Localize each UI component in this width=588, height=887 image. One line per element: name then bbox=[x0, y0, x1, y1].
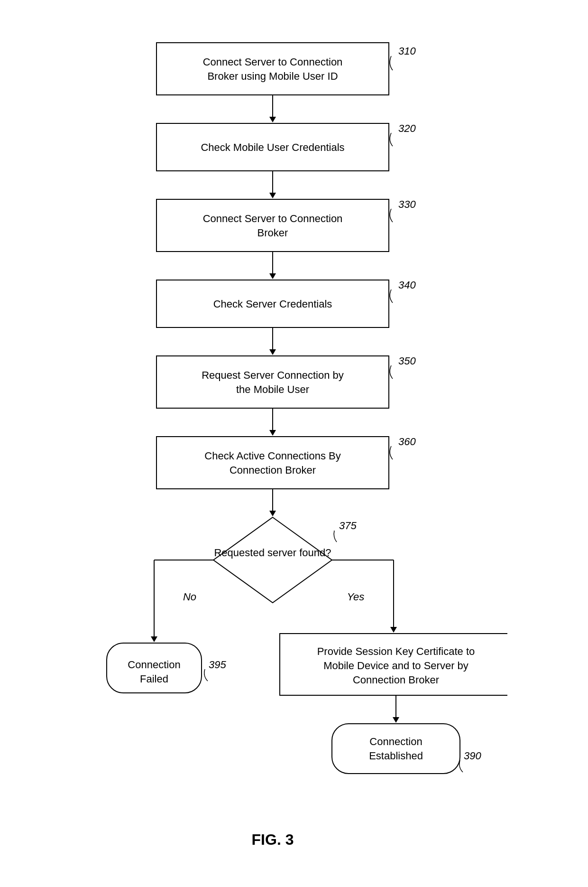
svg-text:Connection: Connection bbox=[369, 736, 422, 747]
svg-text:Broker using Mobile User ID: Broker using Mobile User ID bbox=[207, 70, 338, 82]
step340-label: Check Server Credentials bbox=[213, 298, 332, 310]
svg-rect-16 bbox=[156, 356, 389, 408]
svg-marker-30 bbox=[151, 636, 157, 642]
svg-text:Connection Broker: Connection Broker bbox=[353, 674, 439, 686]
ref-320: 320 bbox=[398, 122, 416, 134]
svg-marker-20 bbox=[269, 430, 276, 436]
svg-text:Established: Established bbox=[369, 750, 423, 762]
svg-marker-12 bbox=[269, 273, 276, 279]
figure-label: FIG. 3 bbox=[252, 831, 294, 848]
svg-marker-42 bbox=[393, 717, 399, 723]
svg-text:Check Active Connections By: Check Active Connections By bbox=[204, 450, 340, 462]
ref-395: 395 bbox=[209, 659, 226, 671]
svg-text:Failed: Failed bbox=[140, 673, 168, 685]
svg-marker-36 bbox=[390, 627, 397, 633]
flowchart-svg: Connect Server to Connection Broker usin… bbox=[81, 28, 507, 873]
svg-rect-43 bbox=[332, 724, 460, 774]
svg-marker-15 bbox=[269, 349, 276, 355]
svg-text:Mobile Device and to Server by: Mobile Device and to Server by bbox=[323, 660, 469, 672]
svg-text:Request Server Connection by: Request Server Connection by bbox=[202, 369, 344, 381]
ref-350: 350 bbox=[398, 355, 416, 367]
svg-text:Requested server found?: Requested server found? bbox=[214, 547, 331, 559]
ref-330: 330 bbox=[398, 198, 416, 210]
svg-marker-25 bbox=[269, 511, 276, 516]
svg-rect-0 bbox=[156, 43, 389, 95]
ref-340: 340 bbox=[398, 279, 416, 291]
svg-text:Broker: Broker bbox=[257, 227, 288, 239]
svg-marker-4 bbox=[269, 117, 276, 122]
svg-text:Connect Server to Connection: Connect Server to Connection bbox=[203, 213, 343, 224]
svg-rect-21 bbox=[156, 437, 389, 489]
flowchart-diagram: Connect Server to Connection Broker usin… bbox=[0, 0, 588, 887]
svg-text:Connect Server to Connection: Connect Server to Connection bbox=[203, 56, 343, 68]
svg-rect-8 bbox=[156, 199, 389, 252]
svg-marker-7 bbox=[269, 193, 276, 198]
step320-label: Check Mobile User Credentials bbox=[201, 141, 344, 153]
ref-375: 375 bbox=[339, 520, 357, 532]
svg-marker-26 bbox=[213, 517, 332, 603]
ref-310: 310 bbox=[398, 45, 416, 57]
yes-label: Yes bbox=[347, 591, 365, 603]
svg-text:Connection: Connection bbox=[128, 659, 180, 671]
svg-text:Connection Broker: Connection Broker bbox=[230, 464, 316, 476]
ref-390: 390 bbox=[464, 750, 481, 762]
svg-text:Provide Session Key Certificat: Provide Session Key Certificate to bbox=[317, 645, 475, 657]
svg-text:the Mobile User: the Mobile User bbox=[236, 383, 309, 395]
ref-360: 360 bbox=[398, 436, 416, 448]
no-label: No bbox=[183, 591, 196, 603]
